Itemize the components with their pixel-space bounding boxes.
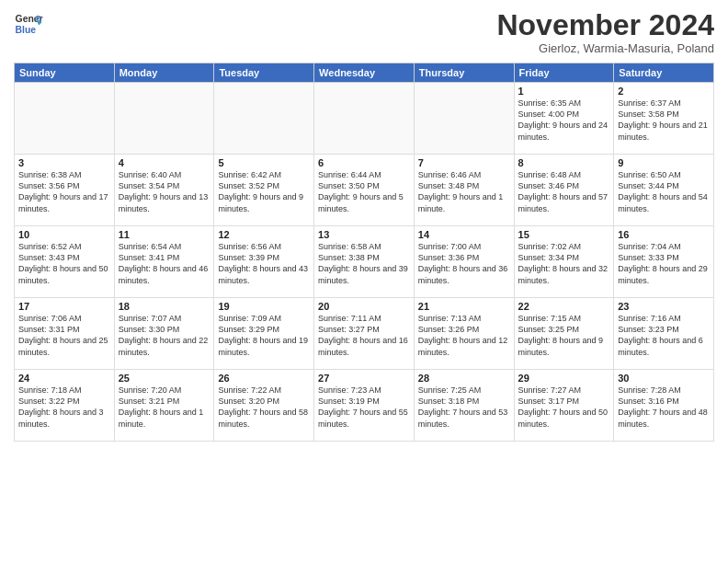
calendar-body: 1Sunrise: 6:35 AM Sunset: 4:00 PM Daylig…	[15, 83, 714, 442]
day-number: 4	[119, 157, 210, 168]
calendar-day-cell: 19Sunrise: 7:09 AM Sunset: 3:29 PM Dayli…	[214, 298, 314, 370]
day-number: 3	[18, 157, 110, 168]
day-number: 30	[618, 373, 710, 384]
day-number: 15	[518, 229, 610, 240]
calendar-day-cell: 14Sunrise: 7:00 AM Sunset: 3:36 PM Dayli…	[414, 226, 514, 298]
calendar-day-cell: 13Sunrise: 6:58 AM Sunset: 3:38 PM Dayli…	[314, 226, 415, 298]
calendar-day-cell: 27Sunrise: 7:23 AM Sunset: 3:19 PM Dayli…	[314, 370, 415, 442]
day-number: 8	[518, 157, 610, 168]
day-number: 21	[418, 301, 510, 312]
day-info: Sunrise: 7:11 AM Sunset: 3:27 PM Dayligh…	[318, 313, 410, 358]
calendar-day-cell: 30Sunrise: 7:28 AM Sunset: 3:16 PM Dayli…	[614, 370, 714, 442]
calendar-week-row: 17Sunrise: 7:06 AM Sunset: 3:31 PM Dayli…	[15, 298, 714, 370]
calendar-day-cell: 9Sunrise: 6:50 AM Sunset: 3:44 PM Daylig…	[614, 155, 714, 226]
day-info: Sunrise: 6:42 AM Sunset: 3:52 PM Dayligh…	[218, 169, 310, 214]
weekday-header-cell: Saturday	[614, 63, 714, 83]
day-number: 12	[218, 229, 310, 240]
day-info: Sunrise: 6:35 AM Sunset: 4:00 PM Dayligh…	[518, 98, 610, 143]
calendar-day-cell: 12Sunrise: 6:56 AM Sunset: 3:39 PM Dayli…	[214, 226, 314, 298]
month-title: November 2024	[496, 9, 714, 41]
day-info: Sunrise: 7:20 AM Sunset: 3:21 PM Dayligh…	[119, 385, 210, 430]
day-info: Sunrise: 6:44 AM Sunset: 3:50 PM Dayligh…	[318, 169, 410, 214]
day-info: Sunrise: 6:38 AM Sunset: 3:56 PM Dayligh…	[18, 169, 110, 214]
day-number: 18	[119, 301, 210, 312]
day-info: Sunrise: 7:13 AM Sunset: 3:26 PM Dayligh…	[418, 313, 510, 358]
day-info: Sunrise: 7:27 AM Sunset: 3:17 PM Dayligh…	[518, 385, 610, 430]
calendar-day-cell: 24Sunrise: 7:18 AM Sunset: 3:22 PM Dayli…	[15, 370, 115, 442]
calendar-day-cell: 5Sunrise: 6:42 AM Sunset: 3:52 PM Daylig…	[214, 155, 314, 226]
calendar-day-cell	[214, 83, 314, 155]
calendar-day-cell: 18Sunrise: 7:07 AM Sunset: 3:30 PM Dayli…	[114, 298, 214, 370]
calendar-day-cell: 11Sunrise: 6:54 AM Sunset: 3:41 PM Dayli…	[114, 226, 214, 298]
calendar-day-cell: 25Sunrise: 7:20 AM Sunset: 3:21 PM Dayli…	[114, 370, 214, 442]
weekday-header-cell: Tuesday	[214, 63, 314, 83]
weekday-header-cell: Sunday	[15, 63, 115, 83]
calendar-day-cell: 17Sunrise: 7:06 AM Sunset: 3:31 PM Dayli…	[15, 298, 115, 370]
day-number: 5	[218, 157, 310, 168]
day-number: 25	[119, 373, 210, 384]
weekday-header-cell: Friday	[514, 63, 614, 83]
weekday-header-cell: Wednesday	[314, 63, 415, 83]
calendar-day-cell: 23Sunrise: 7:16 AM Sunset: 3:23 PM Dayli…	[614, 298, 714, 370]
day-number: 1	[518, 86, 610, 97]
day-info: Sunrise: 7:16 AM Sunset: 3:23 PM Dayligh…	[618, 313, 710, 358]
calendar-day-cell	[314, 83, 415, 155]
day-info: Sunrise: 6:54 AM Sunset: 3:41 PM Dayligh…	[119, 241, 210, 286]
day-number: 7	[418, 157, 510, 168]
day-info: Sunrise: 7:00 AM Sunset: 3:36 PM Dayligh…	[418, 241, 510, 286]
day-info: Sunrise: 6:50 AM Sunset: 3:44 PM Dayligh…	[618, 169, 710, 214]
day-number: 17	[18, 301, 110, 312]
day-number: 22	[518, 301, 610, 312]
day-number: 19	[218, 301, 310, 312]
header: General Blue November 2024 Gierloz, Warm…	[14, 9, 714, 55]
calendar-day-cell: 1Sunrise: 6:35 AM Sunset: 4:00 PM Daylig…	[514, 83, 614, 155]
day-info: Sunrise: 7:02 AM Sunset: 3:34 PM Dayligh…	[518, 241, 610, 286]
day-number: 27	[318, 373, 410, 384]
day-number: 24	[18, 373, 110, 384]
day-number: 10	[18, 229, 110, 240]
logo-icon: General Blue	[14, 9, 43, 39]
calendar-day-cell: 22Sunrise: 7:15 AM Sunset: 3:25 PM Dayli…	[514, 298, 614, 370]
logo: General Blue	[14, 9, 43, 39]
calendar-day-cell: 4Sunrise: 6:40 AM Sunset: 3:54 PM Daylig…	[114, 155, 214, 226]
day-number: 29	[518, 373, 610, 384]
calendar-table: SundayMondayTuesdayWednesdayThursdayFrid…	[14, 63, 714, 442]
day-info: Sunrise: 6:58 AM Sunset: 3:38 PM Dayligh…	[318, 241, 410, 286]
day-number: 20	[318, 301, 410, 312]
calendar-day-cell	[114, 83, 214, 155]
day-number: 16	[618, 229, 710, 240]
page: General Blue November 2024 Gierloz, Warm…	[0, 0, 728, 563]
calendar-day-cell: 15Sunrise: 7:02 AM Sunset: 3:34 PM Dayli…	[514, 226, 614, 298]
calendar-week-row: 1Sunrise: 6:35 AM Sunset: 4:00 PM Daylig…	[15, 83, 714, 155]
day-info: Sunrise: 6:46 AM Sunset: 3:48 PM Dayligh…	[418, 169, 510, 214]
day-number: 9	[618, 157, 710, 168]
location-subtitle: Gierloz, Warmia-Masuria, Poland	[496, 41, 714, 55]
calendar-day-cell: 20Sunrise: 7:11 AM Sunset: 3:27 PM Dayli…	[314, 298, 415, 370]
calendar-day-cell: 16Sunrise: 7:04 AM Sunset: 3:33 PM Dayli…	[614, 226, 714, 298]
day-number: 11	[119, 229, 210, 240]
day-info: Sunrise: 6:52 AM Sunset: 3:43 PM Dayligh…	[18, 241, 110, 286]
day-number: 6	[318, 157, 410, 168]
weekday-header-row: SundayMondayTuesdayWednesdayThursdayFrid…	[15, 63, 714, 83]
title-block: November 2024 Gierloz, Warmia-Masuria, P…	[496, 9, 714, 55]
day-info: Sunrise: 6:56 AM Sunset: 3:39 PM Dayligh…	[218, 241, 310, 286]
svg-text:Blue: Blue	[16, 25, 37, 35]
calendar-day-cell: 7Sunrise: 6:46 AM Sunset: 3:48 PM Daylig…	[414, 155, 514, 226]
day-info: Sunrise: 7:06 AM Sunset: 3:31 PM Dayligh…	[18, 313, 110, 358]
day-info: Sunrise: 7:25 AM Sunset: 3:18 PM Dayligh…	[418, 385, 510, 430]
weekday-header-cell: Thursday	[414, 63, 514, 83]
calendar-day-cell: 28Sunrise: 7:25 AM Sunset: 3:18 PM Dayli…	[414, 370, 514, 442]
day-number: 26	[218, 373, 310, 384]
calendar-day-cell: 8Sunrise: 6:48 AM Sunset: 3:46 PM Daylig…	[514, 155, 614, 226]
day-info: Sunrise: 7:15 AM Sunset: 3:25 PM Dayligh…	[518, 313, 610, 358]
day-info: Sunrise: 7:07 AM Sunset: 3:30 PM Dayligh…	[119, 313, 210, 358]
calendar-day-cell: 26Sunrise: 7:22 AM Sunset: 3:20 PM Dayli…	[214, 370, 314, 442]
day-info: Sunrise: 6:48 AM Sunset: 3:46 PM Dayligh…	[518, 169, 610, 214]
day-info: Sunrise: 7:23 AM Sunset: 3:19 PM Dayligh…	[318, 385, 410, 430]
day-info: Sunrise: 6:40 AM Sunset: 3:54 PM Dayligh…	[119, 169, 210, 214]
weekday-header-cell: Monday	[114, 63, 214, 83]
calendar-day-cell	[15, 83, 115, 155]
day-info: Sunrise: 7:09 AM Sunset: 3:29 PM Dayligh…	[218, 313, 310, 358]
day-number: 13	[318, 229, 410, 240]
calendar-week-row: 10Sunrise: 6:52 AM Sunset: 3:43 PM Dayli…	[15, 226, 714, 298]
